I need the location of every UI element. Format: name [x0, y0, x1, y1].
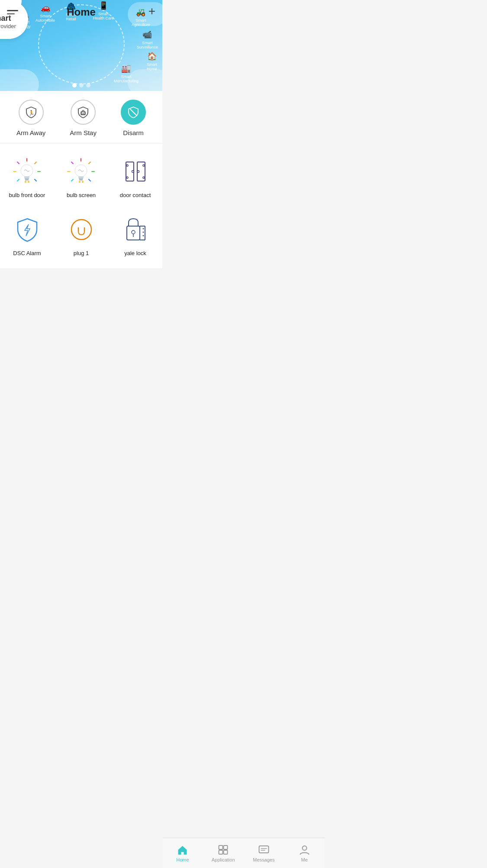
iot-node-smart-home: 🏠 SmartHome — [147, 52, 157, 71]
hero-header: Home + — [0, 0, 162, 24]
device-bulb-front-door[interactable]: bulb front door — [0, 148, 54, 206]
svg-point-34 — [143, 165, 145, 166]
cloud-decoration-bl — [0, 69, 39, 91]
plug-1-svg — [68, 217, 94, 243]
svg-rect-41 — [127, 226, 140, 240]
devices-grid: bulb front door — [0, 143, 162, 268]
plug-1-label: plug 1 — [74, 250, 89, 257]
iot-node-smart-surveillance: 📹 SmartSurveillance — [137, 30, 158, 50]
device-plug-1[interactable]: plug 1 — [54, 206, 108, 264]
disarm-label: Disarm — [123, 129, 144, 136]
svg-rect-14 — [25, 179, 29, 181]
svg-point-33 — [126, 177, 128, 178]
svg-line-18 — [89, 162, 90, 164]
device-dsc-alarm[interactable]: DSC Alarm — [0, 206, 54, 264]
arm-stay-label: Arm Stay — [70, 129, 97, 136]
svg-line-23 — [71, 179, 73, 181]
dsc-alarm-svg — [14, 217, 40, 243]
menu-button[interactable] — [7, 5, 21, 19]
svg-rect-25 — [78, 176, 84, 178]
svg-rect-27 — [79, 179, 83, 181]
dsc-alarm-icon — [12, 214, 42, 245]
add-device-button[interactable]: + — [148, 5, 155, 17]
yale-lock-svg — [123, 217, 147, 243]
svg-rect-16 — [28, 181, 29, 183]
door-contact-icon — [120, 156, 151, 187]
page-title: Home — [67, 6, 96, 18]
menu-line-bottom — [7, 13, 15, 15]
arm-stay-icon-circle — [71, 100, 96, 125]
yale-lock-icon — [120, 214, 151, 245]
dot-3[interactable] — [86, 83, 90, 87]
dot-1[interactable] — [72, 83, 77, 87]
svg-point-32 — [126, 165, 128, 166]
svg-line-3 — [130, 109, 136, 115]
svg-text:🏃: 🏃 — [28, 110, 34, 116]
content-area: 🏃 Arm Away Arm Stay — [0, 91, 162, 303]
svg-line-7 — [35, 179, 36, 181]
svg-line-5 — [35, 162, 36, 164]
door-contact-label: door contact — [120, 192, 151, 199]
dot-2[interactable] — [79, 83, 84, 87]
svg-rect-12 — [24, 176, 29, 178]
bulb-front-door-label: bulb front door — [9, 192, 45, 199]
disarm-icon-circle — [121, 100, 146, 125]
bulb-front-door-icon — [12, 156, 42, 187]
hero-banner: 🔌 SmartEnergy 🚗 SmartAutomobile 🧥 SmartR… — [0, 0, 162, 91]
bulb-screen-icon — [66, 156, 97, 187]
svg-line-10 — [17, 179, 19, 181]
svg-rect-29 — [82, 181, 84, 183]
svg-point-38 — [71, 220, 91, 240]
bulb-screen-svg — [67, 158, 95, 186]
security-arm-stay[interactable]: Arm Stay — [70, 100, 97, 136]
arm-away-icon-circle: 🏃 — [19, 100, 44, 125]
svg-point-46 — [143, 235, 144, 236]
svg-rect-13 — [25, 178, 29, 179]
carousel-dots — [72, 83, 90, 87]
svg-line-8 — [17, 162, 19, 164]
security-arm-away[interactable]: 🏃 Arm Away — [16, 100, 45, 136]
door-contact-svg — [123, 159, 148, 185]
device-door-contact[interactable]: door contact — [108, 148, 162, 206]
device-yale-lock[interactable]: yale lock — [108, 206, 162, 264]
yale-lock-label: yale lock — [124, 250, 146, 257]
arm-stay-icon — [77, 106, 90, 119]
svg-point-37 — [137, 171, 139, 173]
svg-rect-26 — [79, 178, 83, 179]
security-disarm[interactable]: Disarm — [121, 100, 146, 136]
svg-rect-28 — [79, 181, 81, 183]
svg-point-36 — [132, 171, 134, 173]
security-section: 🏃 Arm Away Arm Stay — [0, 91, 162, 143]
arm-away-icon: 🏃 — [25, 106, 38, 119]
dsc-alarm-label: DSC Alarm — [13, 250, 41, 257]
svg-point-35 — [143, 177, 145, 178]
svg-line-20 — [89, 179, 90, 181]
svg-point-42 — [132, 230, 135, 234]
bulb-front-door-svg — [13, 158, 41, 186]
svg-point-44 — [143, 228, 144, 229]
svg-point-45 — [143, 231, 144, 233]
svg-line-21 — [71, 162, 73, 164]
cloud-decoration-br — [128, 69, 162, 91]
svg-rect-15 — [25, 181, 26, 183]
menu-line-top — [7, 10, 18, 11]
bulb-screen-label: bulb screen — [67, 192, 96, 199]
plug-1-icon — [66, 214, 97, 245]
device-bulb-screen[interactable]: bulb screen — [54, 148, 108, 206]
disarm-icon — [127, 106, 140, 119]
svg-point-2 — [83, 113, 84, 113]
arm-away-label: Arm Away — [16, 129, 45, 136]
